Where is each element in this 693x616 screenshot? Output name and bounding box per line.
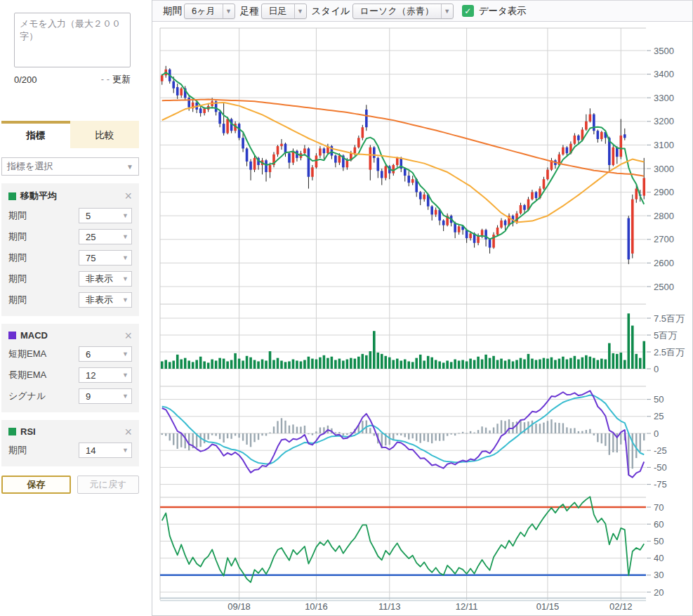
param-select[interactable]: 14▼ xyxy=(79,443,132,458)
param-value: 非表示 xyxy=(86,294,113,306)
svg-text:2500: 2500 xyxy=(654,282,674,292)
close-icon[interactable]: × xyxy=(124,331,132,341)
ma25-line xyxy=(162,103,645,223)
param-select[interactable]: 25▼ xyxy=(79,229,132,244)
reset-button[interactable]: 元に戻す xyxy=(77,476,139,494)
close-icon[interactable]: × xyxy=(124,191,132,201)
period-dropdown[interactable]: 6ヶ月 ▼ xyxy=(184,4,235,19)
price-panel-candles xyxy=(161,66,645,264)
svg-text:09/18: 09/18 xyxy=(227,601,251,612)
svg-text:2600: 2600 xyxy=(654,258,674,268)
bartype-label: 足種 xyxy=(240,5,259,18)
ma5-line xyxy=(162,72,645,239)
param-label: シグナル xyxy=(8,390,46,402)
memo-meta: 0/200 - -更新 xyxy=(14,73,131,86)
param-select[interactable]: 非表示▼ xyxy=(79,271,132,287)
param-select[interactable]: 12▼ xyxy=(79,367,132,383)
memo-dashes: - - xyxy=(101,74,110,84)
param-label: 期間 xyxy=(8,230,27,243)
param-label: 期間 xyxy=(8,273,27,285)
param-label: 期間 xyxy=(8,251,27,264)
rsi-line xyxy=(162,497,645,582)
chevron-down-icon: ▼ xyxy=(122,372,128,379)
indicator-param-row: 期間75▼ xyxy=(8,250,132,266)
memo-update-button[interactable]: 更新 xyxy=(112,74,131,84)
indicator-param-row: 期間25▼ xyxy=(8,229,132,244)
svg-text:2800: 2800 xyxy=(654,211,674,221)
svg-text:3000: 3000 xyxy=(654,164,674,174)
param-label: 短期EMA xyxy=(8,348,46,360)
svg-text:30: 30 xyxy=(654,570,664,580)
volume-bars xyxy=(161,313,645,369)
svg-text:3500: 3500 xyxy=(654,46,674,56)
save-button[interactable]: 保存 xyxy=(1,476,71,494)
svg-text:25: 25 xyxy=(654,411,664,421)
svg-text:50: 50 xyxy=(654,394,664,405)
macd-histogram xyxy=(161,418,645,475)
chevron-down-icon: ▼ xyxy=(122,212,128,219)
svg-text:-50: -50 xyxy=(654,462,667,473)
tab-compare[interactable]: 比較 xyxy=(70,121,139,148)
param-label: 長期EMA xyxy=(8,369,46,381)
svg-text:2.5百万: 2.5百万 xyxy=(654,347,685,358)
chevron-down-icon: ▼ xyxy=(122,447,128,454)
indicator-swatch xyxy=(8,192,16,200)
memo-input[interactable] xyxy=(14,13,131,67)
indicator-param-row: シグナル9▼ xyxy=(8,388,132,404)
svg-text:02/12: 02/12 xyxy=(609,601,633,612)
param-select[interactable]: 75▼ xyxy=(79,250,132,266)
svg-text:3300: 3300 xyxy=(654,93,674,103)
app-root: 0/200 - -更新 指標 比較 指標を選択 ▼ 移動平均×期間5▼期間25▼… xyxy=(0,0,693,616)
bartype-value: 日足 xyxy=(262,4,294,18)
chevron-down-icon: ▼ xyxy=(126,163,133,171)
svg-text:5百万: 5百万 xyxy=(654,330,677,341)
gridlines xyxy=(160,28,646,601)
ma75-line xyxy=(162,100,645,176)
axis-labels: 3500340033003200310030002900280027002600… xyxy=(227,46,685,612)
param-select[interactable]: 9▼ xyxy=(79,388,132,404)
check-icon: ✓ xyxy=(464,6,471,16)
indicator-param-row: 期間5▼ xyxy=(8,208,132,223)
param-select[interactable]: 5▼ xyxy=(79,208,132,223)
svg-text:2700: 2700 xyxy=(654,234,674,244)
indicator-title: MACD xyxy=(20,330,48,341)
svg-text:3400: 3400 xyxy=(654,69,674,79)
svg-text:50: 50 xyxy=(654,536,664,546)
param-label: 期間 xyxy=(8,294,27,306)
param-value: 14 xyxy=(86,445,95,456)
indicator-swatch xyxy=(8,428,16,435)
chevron-down-icon: ▼ xyxy=(223,4,235,18)
indicator-param-row: 期間非表示▼ xyxy=(8,292,132,308)
svg-text:20: 20 xyxy=(654,587,664,598)
svg-text:0: 0 xyxy=(654,428,659,439)
chevron-down-icon: ▼ xyxy=(122,296,128,303)
param-select[interactable]: 非表示▼ xyxy=(79,292,132,308)
param-value: 非表示 xyxy=(86,273,113,285)
param-value: 25 xyxy=(86,232,95,242)
data-display-checkbox[interactable]: ✓ xyxy=(462,5,474,17)
indicator-select[interactable]: 指標を選択 ▼ xyxy=(1,157,139,176)
param-label: 期間 xyxy=(8,444,27,457)
sidebar-actions: 保存 元に戻す xyxy=(1,476,139,494)
style-label: スタイル xyxy=(312,5,350,18)
indicator-param-row: 期間14▼ xyxy=(8,443,132,458)
indicator-select-placeholder: 指標を選択 xyxy=(7,160,53,173)
tab-indicators[interactable]: 指標 xyxy=(1,121,70,148)
svg-text:3200: 3200 xyxy=(654,116,674,126)
style-dropdown[interactable]: ローソク（赤青） ▼ xyxy=(352,4,454,19)
indicator-sections: 移動平均×期間5▼期間25▼期間75▼期間非表示▼期間非表示▼MACD×短期EM… xyxy=(0,183,152,466)
stock-chart[interactable]: 3500340033003200310030002900280027002600… xyxy=(152,22,693,616)
close-icon[interactable]: × xyxy=(124,427,132,437)
param-value: 5 xyxy=(86,211,91,221)
macd-line xyxy=(162,391,645,477)
bartype-dropdown[interactable]: 日足 ▼ xyxy=(261,4,307,19)
period-value: 6ヶ月 xyxy=(185,4,223,18)
param-value: 75 xyxy=(86,253,95,263)
param-value: 12 xyxy=(86,370,95,381)
sidebar: 0/200 - -更新 指標 比較 指標を選択 ▼ 移動平均×期間5▼期間25▼… xyxy=(0,0,152,616)
param-select[interactable]: 6▼ xyxy=(79,346,132,362)
indicator-title: 移動平均 xyxy=(20,190,57,202)
data-display-label: データ表示 xyxy=(479,5,527,18)
indicator-param-row: 長期EMA12▼ xyxy=(8,367,132,383)
chevron-down-icon: ▼ xyxy=(294,4,306,18)
